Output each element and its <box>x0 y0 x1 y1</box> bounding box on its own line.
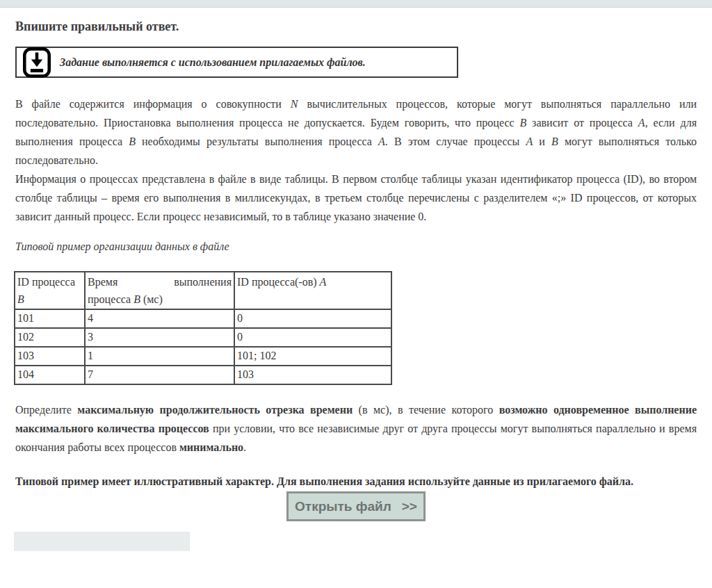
chevron-right-icon: >> <box>402 499 417 514</box>
table-header-row: ID процесса B Времявыполнения процесса B… <box>15 272 391 309</box>
table-cell: 102 <box>15 328 85 347</box>
note-paragraph: Типовой пример имеет иллюстративный хара… <box>15 472 697 491</box>
table-row: 101 4 0 <box>15 309 391 328</box>
table-cell: 3 <box>85 328 234 347</box>
table-cell: 4 <box>85 309 234 328</box>
open-file-button[interactable]: Открыть файл >> <box>286 491 426 521</box>
intro-paragraph: В файле содержится информация о совокупн… <box>15 95 697 170</box>
table-header-cell: ID процесса B <box>15 272 85 309</box>
table-cell: 7 <box>85 366 234 384</box>
table-row: 102 3 0 <box>15 328 391 347</box>
table-cell: 103 <box>15 347 85 366</box>
table-cell: 1 <box>85 347 234 366</box>
page-title: Впишите правильный ответ. <box>15 19 697 34</box>
example-caption: Типовой пример организации данных в файл… <box>15 237 697 256</box>
table-cell: 104 <box>15 366 85 384</box>
table-cell: 101; 102 <box>234 347 391 366</box>
attachment-notice: Задание выполняется с использованием при… <box>15 47 458 78</box>
table-cell: 101 <box>15 309 85 328</box>
table-row: 104 7 103 <box>15 366 391 384</box>
table-cell: 0 <box>234 328 391 347</box>
table-row: 103 1 101; 102 <box>15 347 391 366</box>
question-paragraph: Определите максимальную продолжительност… <box>15 400 697 457</box>
table-cell: 0 <box>234 309 391 328</box>
example-table: ID процесса B Времявыполнения процесса B… <box>14 271 392 385</box>
answer-input[interactable] <box>14 532 190 551</box>
task-page: Впишите правильный ответ. Задание выполн… <box>0 19 712 551</box>
table-cell: 103 <box>234 366 391 384</box>
table-header-cell: ID процесса(-ов) A <box>234 272 391 309</box>
format-paragraph: Информация о процессах представлена в фа… <box>15 170 697 226</box>
table-header-cell: Времявыполнения процесса B (мс) <box>85 272 234 309</box>
top-bar <box>0 0 712 8</box>
download-icon <box>23 47 51 78</box>
attachment-text: Задание выполняется с использованием при… <box>60 56 366 69</box>
open-file-button-label: Открыть файл <box>295 499 391 514</box>
